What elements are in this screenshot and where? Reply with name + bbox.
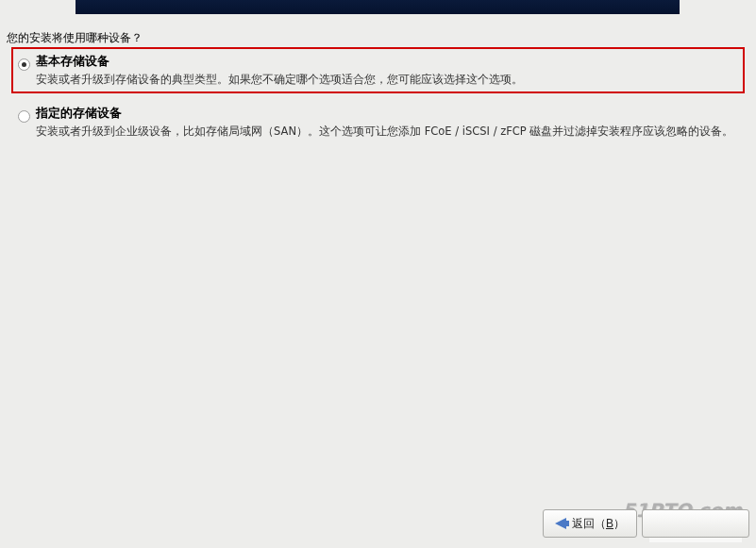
- option-text-wrap: 基本存储设备 安装或者升级到存储设备的典型类型。如果您不确定哪个选项适合您，您可…: [36, 54, 738, 87]
- back-key: B: [606, 517, 613, 530]
- back-prefix: 返回（: [572, 517, 606, 530]
- header-bar: [76, 0, 680, 14]
- option-specified-storage[interactable]: 指定的存储设备 安装或者升级到企业级设备，比如存储局域网（SAN）。这个选项可让…: [11, 99, 745, 145]
- radio-specified-storage[interactable]: [18, 110, 30, 123]
- option-basic-storage[interactable]: 基本存储设备 安装或者升级到存储设备的典型类型。如果您不确定哪个选项适合您，您可…: [11, 47, 745, 93]
- option-specified-desc: 安装或者升级到企业级设备，比如存储局域网（SAN）。这个选项可让您添加 FCoE…: [36, 124, 738, 139]
- back-suffix: ）: [613, 517, 625, 530]
- back-label: 返回（B）: [572, 516, 625, 532]
- footer-buttons: 返回（B）: [543, 509, 749, 538]
- back-button[interactable]: 返回（B）: [543, 509, 637, 538]
- radio-basic-storage[interactable]: [18, 58, 30, 71]
- option-text-wrap: 指定的存储设备 安装或者升级到企业级设备，比如存储局域网（SAN）。这个选项可让…: [36, 106, 738, 139]
- option-specified-title: 指定的存储设备: [36, 106, 738, 122]
- arrow-left-icon: [555, 518, 566, 529]
- radio-dot-icon: [22, 62, 26, 67]
- option-basic-title: 基本存储设备: [36, 54, 738, 70]
- prompt-label: 您的安装将使用哪种设备？: [7, 30, 143, 46]
- storage-options: 基本存储设备 安装或者升级到存储设备的典型类型。如果您不确定哪个选项适合您，您可…: [11, 47, 745, 145]
- option-basic-desc: 安装或者升级到存储设备的典型类型。如果您不确定哪个选项适合您，您可能应该选择这个…: [36, 72, 738, 87]
- next-button[interactable]: [642, 509, 749, 538]
